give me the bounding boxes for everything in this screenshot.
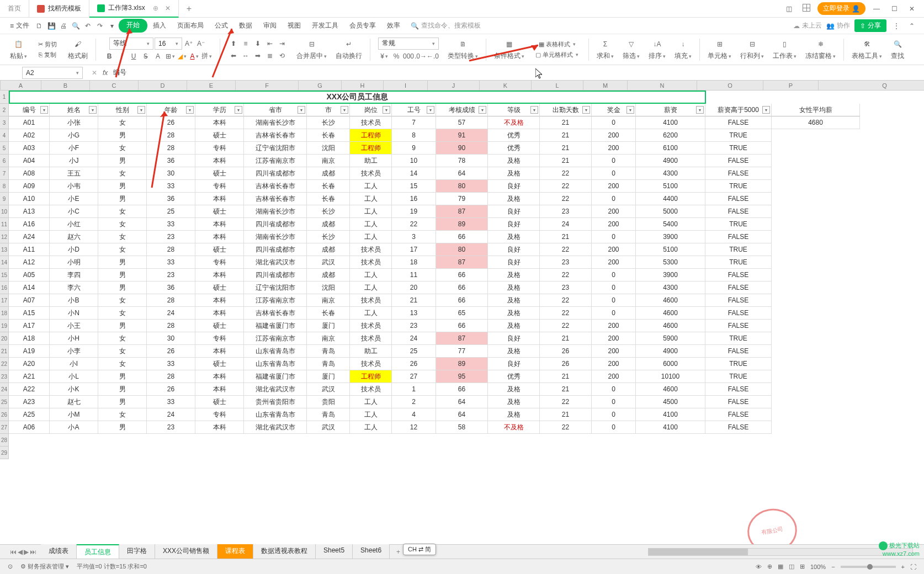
- data-cell[interactable]: 6200: [636, 129, 705, 142]
- data-cell[interactable]: 21: [392, 294, 436, 307]
- data-cell[interactable]: 湖南省长沙市: [244, 205, 307, 218]
- data-cell[interactable]: 22: [540, 167, 592, 180]
- data-cell[interactable]: 男: [98, 396, 147, 408]
- data-cell[interactable]: 10: [392, 155, 436, 167]
- data-cell[interactable]: 硕士: [195, 320, 244, 332]
- data-cell[interactable]: 本科: [195, 269, 244, 281]
- data-cell[interactable]: TRUE: [705, 129, 772, 142]
- data-cell[interactable]: 64: [436, 396, 488, 408]
- dec-decimal-icon[interactable]: ←.0: [427, 51, 438, 62]
- data-cell[interactable]: 女: [98, 345, 147, 358]
- data-cell[interactable]: 硕士: [195, 205, 244, 218]
- zoom-out-button[interactable]: −: [831, 564, 835, 570]
- more-icon[interactable]: ⋮: [891, 20, 902, 31]
- data-cell[interactable]: 男: [98, 180, 147, 193]
- data-cell[interactable]: 工人: [350, 218, 392, 231]
- data-cell[interactable]: 女: [98, 307, 147, 320]
- menu-审阅[interactable]: 审阅: [258, 19, 282, 33]
- data-cell[interactable]: 技术员: [350, 256, 392, 269]
- data-cell[interactable]: 20: [392, 281, 436, 294]
- data-cell[interactable]: 5400: [636, 218, 705, 231]
- data-cell[interactable]: 26: [147, 383, 195, 396]
- data-cell[interactable]: A15: [9, 307, 50, 320]
- align-center-icon[interactable]: ↔: [240, 50, 251, 61]
- data-cell[interactable]: 33: [147, 256, 195, 269]
- data-cell[interactable]: 4100: [636, 116, 705, 129]
- data-cell[interactable]: 23: [392, 320, 436, 332]
- data-cell[interactable]: 24: [147, 307, 195, 320]
- menu-效率[interactable]: 效率: [381, 19, 406, 33]
- data-cell[interactable]: 4600: [636, 383, 705, 396]
- data-cell[interactable]: 66: [436, 281, 488, 294]
- data-cell[interactable]: 福建省厦门市: [244, 320, 307, 332]
- header-cell[interactable]: 年龄▾: [147, 104, 195, 116]
- sheet-tab[interactable]: 田字格: [119, 544, 155, 559]
- data-cell[interactable]: 女: [98, 231, 147, 243]
- data-cell[interactable]: 专科: [195, 332, 244, 345]
- data-cell[interactable]: 小K: [50, 383, 98, 396]
- data-cell[interactable]: 专科: [195, 180, 244, 193]
- data-cell[interactable]: 本科: [195, 116, 244, 129]
- data-cell[interactable]: 87: [436, 205, 488, 218]
- data-cell[interactable]: 87: [436, 256, 488, 269]
- data-cell[interactable]: 19: [392, 205, 436, 218]
- data-cell[interactable]: 及格: [488, 294, 540, 307]
- data-cell[interactable]: 27: [392, 370, 436, 383]
- data-cell[interactable]: 工人: [350, 205, 392, 218]
- data-cell[interactable]: 0: [592, 167, 636, 180]
- data-cell[interactable]: 28: [147, 370, 195, 383]
- tab-pin-icon[interactable]: ⊕: [153, 4, 158, 12]
- data-cell[interactable]: TRUE: [705, 243, 772, 256]
- menu-数据[interactable]: 数据: [233, 19, 258, 33]
- rowcol-button[interactable]: ⊟行和列▾: [737, 37, 767, 62]
- header-cell[interactable]: 性别▾: [98, 104, 147, 116]
- data-cell[interactable]: 女: [98, 116, 147, 129]
- fill-color-button[interactable]: ◢▾: [177, 51, 188, 62]
- data-cell[interactable]: 4100: [636, 421, 705, 434]
- data-cell[interactable]: 0: [592, 155, 636, 167]
- collapse-ribbon-icon[interactable]: ⌃: [906, 20, 917, 31]
- redo-icon[interactable]: ↷: [94, 20, 105, 31]
- header-cell[interactable]: 省市▾: [244, 104, 307, 116]
- data-cell[interactable]: 及格: [488, 193, 540, 205]
- data-cell[interactable]: 女: [98, 294, 147, 307]
- data-cell[interactable]: 25: [392, 345, 436, 358]
- menu-视图[interactable]: 视图: [282, 19, 306, 33]
- align-justify-icon[interactable]: ≣: [264, 50, 275, 61]
- data-cell[interactable]: 0: [592, 383, 636, 396]
- sum-button[interactable]: Σ求和▾: [593, 37, 617, 62]
- view-layout-icon[interactable]: ⊞: [800, 563, 805, 570]
- data-cell[interactable]: A08: [9, 167, 50, 180]
- data-cell[interactable]: 福建省厦门市: [244, 370, 307, 383]
- currency-icon[interactable]: ¥▾: [379, 51, 390, 62]
- filter-dropdown-icon[interactable]: ▾: [479, 106, 486, 114]
- data-cell[interactable]: 23: [540, 205, 592, 218]
- data-cell[interactable]: A18: [9, 332, 50, 345]
- sheet-tab[interactable]: 数据透视表教程: [253, 544, 316, 559]
- data-cell[interactable]: 15: [392, 180, 436, 193]
- data-cell[interactable]: 22: [540, 243, 592, 256]
- data-cell[interactable]: 本科: [195, 193, 244, 205]
- data-cell[interactable]: 吉林省长春市: [244, 193, 307, 205]
- inc-decimal-icon[interactable]: .0→: [415, 51, 426, 62]
- data-cell[interactable]: 22: [540, 307, 592, 320]
- data-cell[interactable]: 36: [147, 193, 195, 205]
- data-cell[interactable]: 10100: [636, 370, 705, 383]
- row-headers[interactable]: 1234567891011121314151617181920212223242…: [0, 91, 9, 459]
- data-cell[interactable]: 66: [436, 383, 488, 396]
- data-cell[interactable]: 21: [540, 332, 592, 345]
- data-cell[interactable]: A25: [9, 408, 50, 421]
- align-left-icon[interactable]: ⬅: [228, 50, 239, 61]
- data-cell[interactable]: 专科: [195, 408, 244, 421]
- data-cell[interactable]: 男: [98, 129, 147, 142]
- font-color-button[interactable]: A▾: [189, 51, 200, 62]
- data-cell[interactable]: 0: [592, 231, 636, 243]
- data-cell[interactable]: 男: [98, 421, 147, 434]
- filter-dropdown-icon[interactable]: ▾: [626, 106, 634, 114]
- data-cell[interactable]: 湖北省武汉市: [244, 383, 307, 396]
- header-cell[interactable]: 工号▾: [392, 104, 436, 116]
- data-cell[interactable]: 66: [436, 231, 488, 243]
- header-cell[interactable]: 出勤天数▾: [540, 104, 592, 116]
- tab-workbook[interactable]: 工作簿3.xlsx⊕✕: [89, 0, 179, 18]
- paste-button[interactable]: 📋粘贴▾: [7, 37, 30, 62]
